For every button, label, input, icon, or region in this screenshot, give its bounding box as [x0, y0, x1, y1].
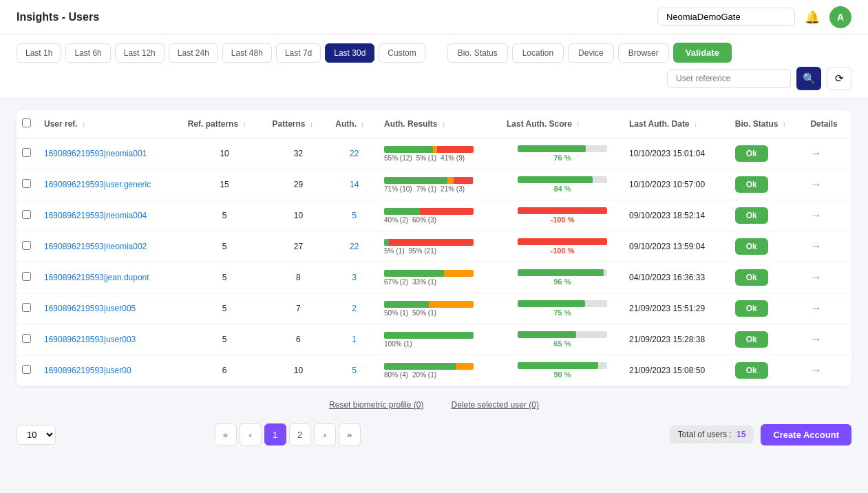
time-btn-12h[interactable]: Last 12h	[115, 43, 165, 63]
time-btn-custom[interactable]: Custom	[379, 43, 425, 63]
score-container: -100 %	[507, 207, 618, 224]
page-first[interactable]: «	[215, 423, 237, 445]
reset-biometric-link[interactable]: Reset biometric profile (0)	[329, 400, 423, 410]
workspace-search[interactable]	[657, 8, 795, 26]
select-all-checkbox[interactable]	[22, 118, 31, 127]
bar-label-green: 67% (2)	[384, 278, 408, 286]
avatar[interactable]: A	[829, 6, 851, 28]
row-checkbox[interactable]	[22, 365, 31, 374]
time-btn-30d[interactable]: Last 30d	[325, 43, 374, 63]
search-button[interactable]: 🔍	[796, 67, 821, 90]
details-arrow-icon[interactable]: →	[810, 240, 821, 252]
details-arrow-icon[interactable]: →	[810, 271, 821, 283]
time-btn-6h[interactable]: Last 6h	[65, 43, 110, 63]
row-checkbox[interactable]	[22, 241, 31, 250]
user-ref-value: 1690896219593|neomia004	[44, 211, 147, 220]
details-arrow-icon[interactable]: →	[810, 333, 821, 345]
rows-per-page-select[interactable]: 10 25 50	[17, 425, 56, 445]
bar-label-green: 5% (1)	[384, 247, 404, 255]
row-checkbox[interactable]	[22, 148, 31, 157]
row-checkbox-col	[17, 293, 39, 324]
time-btn-1h[interactable]: Last 1h	[17, 43, 61, 63]
col-last-auth-date[interactable]: Last Auth. Date ↓	[624, 110, 730, 138]
col-last-auth-score[interactable]: Last Auth. Score ↕	[501, 110, 624, 138]
details-arrow-icon[interactable]: →	[810, 302, 821, 314]
col-bio-status[interactable]: Bio. Status ↕	[730, 110, 805, 138]
row-checkbox-col	[17, 231, 39, 262]
col-auth[interactable]: Auth. ↕	[330, 110, 379, 138]
row-checkbox[interactable]	[22, 210, 31, 219]
users-table: User ref. ↕ Ref. patterns ↕ Patterns ↕ A…	[17, 110, 851, 386]
filter-device[interactable]: Device	[568, 43, 614, 63]
col-auth-results[interactable]: Auth. Results ↕	[379, 110, 501, 138]
details-arrow-icon[interactable]: →	[810, 364, 821, 376]
bio-status-ok-button[interactable]: Ok	[735, 331, 768, 348]
bio-status-ok-button[interactable]: Ok	[735, 269, 768, 286]
bar-label-green: 100% (1)	[384, 340, 412, 348]
ref-patterns-value: 15	[220, 180, 229, 189]
cell-auth-results: 80% (4) 20% (1)	[379, 355, 501, 386]
table-row: 1690896219593|neomia001 10 32 22 55% (12…	[17, 138, 851, 169]
time-btn-24h[interactable]: Last 24h	[169, 43, 218, 63]
filter-browser[interactable]: Browser	[618, 43, 669, 63]
page-1[interactable]: 1	[264, 423, 286, 445]
page-prev[interactable]: ‹	[240, 423, 262, 445]
details-arrow-icon[interactable]: →	[810, 178, 821, 190]
row-checkbox[interactable]	[22, 272, 31, 281]
page-next[interactable]: ›	[314, 423, 336, 445]
details-arrow-icon[interactable]: →	[810, 209, 821, 221]
details-arrow-icon[interactable]: →	[810, 147, 821, 159]
page-last[interactable]: »	[339, 423, 361, 445]
cell-user-ref: 1690896219593|jean.dupont	[39, 262, 182, 293]
cell-last-auth-date: 09/10/2023 18:52:14	[624, 200, 730, 231]
bar-label-red: 60% (3)	[412, 216, 436, 224]
score-container: 76 %	[507, 145, 618, 162]
page-2[interactable]: 2	[289, 423, 311, 445]
cell-bio-status: Ok	[730, 231, 805, 262]
time-btn-48h[interactable]: Last 48h	[222, 43, 272, 63]
col-ref-patterns[interactable]: Ref. patterns ↕	[182, 110, 267, 138]
row-checkbox[interactable]	[22, 179, 31, 188]
cell-last-auth-score: -100 %	[501, 200, 624, 231]
bottom-actions: Reset biometric profile (0) Delete selec…	[0, 397, 868, 415]
cell-patterns: 10	[266, 200, 330, 231]
filter-bio-status[interactable]: Bio. Status	[447, 43, 508, 63]
refresh-button[interactable]: ⟳	[827, 67, 851, 90]
col-user-ref[interactable]: User ref. ↕	[39, 110, 182, 138]
cell-ref-patterns: 5	[182, 200, 267, 231]
create-account-button[interactable]: Create Account	[761, 424, 851, 445]
col-patterns[interactable]: Patterns ↕	[266, 110, 330, 138]
bio-status-ok-button[interactable]: Ok	[735, 362, 768, 379]
auth-value: 5	[352, 211, 357, 220]
auth-results-bar: 67% (2) 33% (1)	[384, 270, 496, 286]
notification-icon[interactable]: 🔔	[805, 10, 820, 25]
bio-status-ok-button[interactable]: Ok	[735, 300, 768, 317]
table-row: 1690896219593|jean.dupont 5 8 3 67% (2) …	[17, 262, 851, 293]
filter-location[interactable]: Location	[512, 43, 564, 63]
delete-user-link[interactable]: Delete selected user (0)	[451, 400, 538, 410]
auth-results-bar: 55% (12) 5% (1) 41% (9)	[384, 146, 496, 162]
bio-status-ok-button[interactable]: Ok	[735, 238, 768, 255]
ref-patterns-value: 5	[222, 335, 227, 344]
cell-last-auth-date: 10/10/2023 10:57:00	[624, 169, 730, 200]
validate-button[interactable]: Validate	[673, 43, 732, 63]
bio-status-ok-button[interactable]: Ok	[735, 145, 768, 162]
cell-last-auth-date: 09/10/2023 13:59:04	[624, 231, 730, 262]
last-auth-date-value: 10/10/2023 10:57:00	[629, 180, 705, 189]
score-value: 65 %	[553, 339, 571, 348]
row-checkbox-col	[17, 200, 39, 231]
cell-auth: 1	[330, 324, 379, 355]
user-search-input[interactable]	[667, 69, 791, 88]
patterns-value: 10	[294, 211, 303, 220]
sort-icon-ref-patterns: ↕	[242, 120, 246, 128]
cell-last-auth-score: 76 %	[501, 138, 624, 169]
bio-status-ok-button[interactable]: Ok	[735, 176, 768, 193]
cell-ref-patterns: 6	[182, 355, 267, 386]
cell-auth-results: 67% (2) 33% (1)	[379, 262, 501, 293]
cell-patterns: 8	[266, 262, 330, 293]
row-checkbox[interactable]	[22, 334, 31, 343]
time-btn-7d[interactable]: Last 7d	[276, 43, 321, 63]
row-checkbox[interactable]	[22, 303, 31, 312]
bar-label-red: 21% (3)	[441, 185, 465, 193]
bio-status-ok-button[interactable]: Ok	[735, 207, 768, 224]
